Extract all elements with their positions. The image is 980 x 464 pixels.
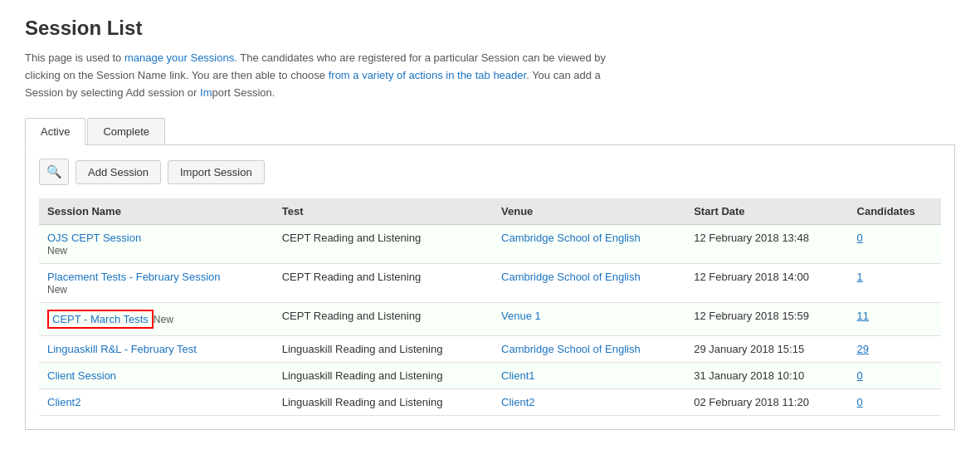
test-cell: CEPT Reading and Listening [274, 225, 493, 264]
start-date-cell: 12 February 2018 13:48 [685, 225, 848, 264]
import-link: Im [200, 86, 212, 99]
table-header-row: Session Name Test Venue Start Date Candi… [39, 198, 941, 225]
start-date-cell: 31 January 2018 10:10 [685, 363, 848, 389]
table-row: Placement Tests - February SessionNewCEP… [39, 264, 941, 303]
venue-cell: Cambridge School of English [493, 264, 685, 303]
candidates-link[interactable]: 0 [857, 396, 863, 408]
session-name-link[interactable]: Placement Tests - February Session [47, 271, 266, 283]
venue-cell: Cambridge School of English [493, 336, 685, 363]
session-name-cell: Client2 [39, 389, 274, 416]
session-name-link[interactable]: CEPT - March Tests [47, 310, 154, 329]
start-date-cell: 02 February 2018 11:20 [685, 389, 848, 416]
col-test: Test [274, 198, 493, 225]
session-name-link[interactable]: Client Session [47, 369, 266, 382]
venue-cell: Cambridge School of English [493, 225, 685, 264]
session-name-cell: CEPT - March TestsNew [39, 303, 274, 336]
candidates-link[interactable]: 0 [857, 369, 863, 382]
start-date-cell: 29 January 2018 15:15 [685, 336, 848, 363]
session-status: New [47, 284, 67, 295]
candidates-link[interactable]: 11 [857, 310, 869, 322]
session-name-link[interactable]: Client2 [47, 396, 266, 408]
candidates-cell: 0 [849, 389, 941, 416]
manage-sessions-link: manage your Sessions [124, 51, 234, 64]
col-venue: Venue [493, 198, 685, 225]
tabs-container: Active Complete [25, 118, 955, 145]
test-cell: CEPT Reading and Listening [274, 264, 493, 303]
table-row: Linguaskill R&L - February TestLinguaski… [39, 336, 941, 363]
page-title: Session List [25, 17, 955, 40]
content-area: 🔍 Add Session Import Session Session Nam… [25, 145, 955, 430]
venue-link[interactable]: Cambridge School of English [501, 343, 641, 355]
col-start-date: Start Date [685, 198, 848, 225]
session-name-cell: Linguaskill R&L - February Test [39, 336, 274, 363]
venue-link[interactable]: Venue 1 [501, 310, 541, 322]
add-session-button[interactable]: Add Session [76, 160, 161, 184]
table-row: Client SessionLinguaskill Reading and Li… [39, 363, 941, 389]
sessions-table: Session Name Test Venue Start Date Candi… [39, 198, 941, 416]
table-row: CEPT - March TestsNewCEPT Reading and Li… [39, 303, 941, 336]
search-button[interactable]: 🔍 [39, 159, 69, 185]
candidates-cell: 0 [849, 225, 941, 264]
session-status: New [154, 314, 173, 325]
venue-cell: Client2 [493, 389, 685, 416]
candidates-cell: 0 [849, 363, 941, 389]
venue-link[interactable]: Cambridge School of English [501, 232, 641, 244]
candidates-link[interactable]: 1 [857, 271, 863, 283]
table-row: OJS CEPT SessionNewCEPT Reading and List… [39, 225, 941, 264]
candidates-link[interactable]: 0 [857, 232, 863, 244]
actions-link: from a variety of actions in the tab hea… [329, 69, 526, 81]
session-name-cell: Placement Tests - February SessionNew [39, 264, 274, 303]
test-cell: Linguaskill Reading and Listening [274, 389, 493, 416]
venue-link[interactable]: Client2 [501, 396, 534, 408]
tab-complete[interactable]: Complete [87, 118, 165, 144]
session-name-cell: Client Session [39, 363, 274, 389]
session-status: New [47, 245, 67, 256]
session-name-link[interactable]: OJS CEPT Session [47, 232, 266, 244]
candidates-link[interactable]: 29 [857, 343, 869, 355]
session-name-cell: OJS CEPT SessionNew [39, 225, 274, 264]
col-candidates: Candidates [849, 198, 941, 225]
import-session-button[interactable]: Import Session [168, 160, 265, 184]
candidates-cell: 29 [849, 336, 941, 363]
test-cell: CEPT Reading and Listening [274, 303, 493, 336]
test-cell: Linguaskill Reading and Listening [274, 363, 493, 389]
search-icon: 🔍 [46, 164, 62, 179]
toolbar: 🔍 Add Session Import Session [39, 159, 941, 185]
session-name-link[interactable]: Linguaskill R&L - February Test [47, 343, 266, 355]
candidates-cell: 11 [849, 303, 941, 336]
candidates-cell: 1 [849, 264, 941, 303]
venue-link[interactable]: Client1 [501, 369, 534, 382]
tab-active[interactable]: Active [25, 118, 85, 145]
test-cell: Linguaskill Reading and Listening [274, 336, 493, 363]
start-date-cell: 12 February 2018 15:59 [685, 303, 848, 336]
start-date-cell: 12 February 2018 14:00 [685, 264, 848, 303]
venue-link[interactable]: Cambridge School of English [501, 271, 641, 283]
venue-cell: Client1 [493, 363, 685, 389]
venue-cell: Venue 1 [493, 303, 685, 336]
col-session-name: Session Name [39, 198, 274, 225]
page-description: This page is used to manage your Session… [25, 50, 606, 101]
table-row: Client2Linguaskill Reading and Listening… [39, 389, 941, 416]
